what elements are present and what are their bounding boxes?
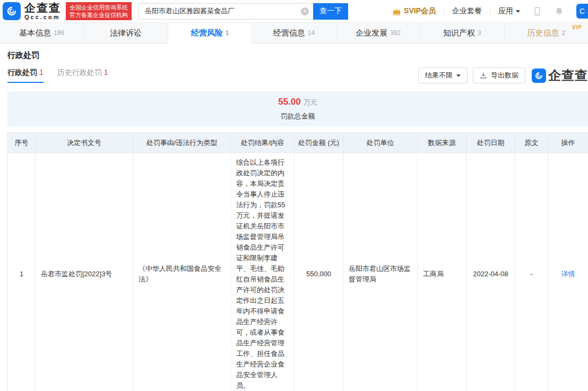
subtab-history-admin-penalty[interactable]: 历史行政处罚1 [57,68,108,83]
filter-label: 结果不限 [425,71,453,80]
tab-company-development[interactable]: 企业发展 392 [336,23,420,44]
tab-basic-info[interactable]: 基本信息 186 [0,23,84,44]
mobile-app-button[interactable] [533,7,542,16]
col-header-original: 原文 [515,133,548,153]
logo-wordmark[interactable]: 企查查 Qcc.com [24,2,61,20]
cell-reason: 《中华人民共和国食品安全法》 [133,153,231,391]
divider [490,7,490,15]
download-icon [480,72,487,79]
subtab-count: 1 [39,68,44,76]
svip-label: SVIP会员 [404,6,436,16]
subtab-label: 历史行政处罚 [57,68,102,76]
credential-badge-line1: 全国企业信用查询系统 [70,4,128,11]
tab-label: 历史信息 [527,28,559,38]
header-right-nav: SVIP会员 企业套餐 应用 [392,4,588,19]
apps-label: 应用 [498,6,513,16]
cell-result: 综合以上各项行政处罚决定的内容，本局决定责令当事人停止违法行为，罚款55万元，并… [231,153,295,391]
export-data-button[interactable]: 导出数据 [473,67,525,83]
result-filter-dropdown[interactable]: 结果不限 [418,67,468,83]
vip-badge: VIP [572,24,582,30]
col-header-reason: 处罚事由/违法行为类型 [133,133,231,153]
enterprise-package-link[interactable]: 企业套餐 [452,6,482,16]
tab-count: 1 [226,29,229,37]
subtab-label: 行政处罚 [7,68,37,76]
phone-icon [533,7,542,16]
col-header-action: 操作 [548,133,588,153]
subtab-row: 行政处罚1 历史行政处罚1 结果不限 导出数据 [7,66,588,85]
cell-doc-no: 岳君市监处罚[2022]3号 [36,153,133,391]
tab-count: 14 [308,29,315,37]
credential-badge-line2: 官方备案企业征信机构 [70,11,128,19]
clear-icon[interactable]: ✕ [301,7,309,15]
qcc-watermark: 企查查 [532,67,588,84]
top-header: 企查查 Qcc.com 全国企业信用查询系统 官方备案企业征信机构 ✕ 查一下 … [0,0,588,22]
tab-business-info[interactable]: 经营信息 14 [252,23,336,44]
tab-intellectual-property[interactable]: 知识产权 3 [420,23,504,44]
apps-menu[interactable]: 应用 [498,6,520,16]
chevron-down-icon [456,74,461,79]
cell-unit: 岳阳市君山区市场监督管理局 [343,153,418,391]
tab-count: 392 [390,29,401,37]
col-header-source: 数据来源 [418,133,466,153]
tab-label: 基本信息 [19,28,51,38]
logo-text-en: Qcc.com [24,14,61,20]
tab-label: 经营风险 [191,28,223,38]
tab-history-info[interactable]: 历史信息 2 VIP [505,23,588,44]
total-fine-unit: 万元 [304,98,317,106]
qcc-watermark-icon [532,69,546,83]
main-tabbar: 基本信息 186 法律诉讼 经营风险 1 经营信息 14 企业发展 392 知识… [0,22,588,44]
total-fine-value: 55.00 [278,97,301,107]
qcc-watermark-text: 企查查 [548,67,588,84]
qcc-logo-icon [5,5,18,18]
cell-original: - [515,153,548,391]
penalty-table: 序号 决定书文号 处罚事由/违法行为类型 处罚结果/内容 处罚金额 (元) 处罚… [7,132,588,391]
search-input[interactable] [138,3,313,20]
crown-icon [392,7,401,15]
notifications-button[interactable] [555,7,564,16]
col-header-unit: 处罚单位 [343,133,418,153]
export-label: 导出数据 [491,71,518,80]
subtab-admin-penalty[interactable]: 行政处罚1 [7,68,44,83]
col-header-date: 处罚日期 [466,133,515,153]
total-fine-label: 罚款总金额 [281,112,315,121]
col-header-index: 序号 [8,133,36,153]
total-fine-amount: 55.00万元 [278,97,317,107]
cell-source: 工商局 [418,153,466,391]
table-tools: 结果不限 导出数据 企查查 [413,67,588,84]
user-avatar[interactable]: C [576,4,588,19]
tab-label: 企业发展 [356,28,387,38]
tab-legal-litigation[interactable]: 法律诉讼 [84,23,168,44]
tab-label: 法律诉讼 [110,28,142,38]
penalty-summary-banner: 55.00万元 罚款总金额 [7,91,588,126]
main-content: 行政处罚 行政处罚1 历史行政处罚1 结果不限 导出数据 [7,50,588,391]
tab-business-risk[interactable]: 经营风险 1 [168,23,252,44]
chevron-down-icon [516,10,520,15]
tab-count: 3 [478,29,481,37]
tab-count: 186 [54,29,64,37]
subtab-count: 1 [104,68,108,76]
col-header-amount: 处罚金额 (元) [295,133,343,153]
page-title: 行政处罚 [7,50,588,61]
cell-date: 2022-04-08 [466,153,515,391]
divider [444,7,444,15]
svip-link[interactable]: SVIP会员 [392,6,436,16]
qcc-logo[interactable] [3,2,21,20]
package-label: 企业套餐 [452,6,482,16]
table-row: 1 岳君市监处罚[2022]3号 《中华人民共和国食品安全法》 综合以上各项行政… [8,153,588,391]
tab-label: 经营信息 [273,28,305,38]
tab-label: 知识产权 [443,28,475,38]
logo-text-cn: 企查查 [24,2,61,13]
cell-index: 1 [8,153,36,391]
cell-amount: 550,000 [295,153,343,391]
table-header-row: 序号 决定书文号 处罚事由/违法行为类型 处罚结果/内容 处罚金额 (元) 处罚… [8,133,588,153]
col-header-doc-no: 决定书文号 [36,133,133,153]
credential-badge: 全国企业信用查询系统 官方备案企业征信机构 [66,2,132,20]
bell-icon [555,7,564,16]
detail-link[interactable]: 详情 [561,270,575,278]
search-button[interactable]: 查一下 [313,3,348,20]
tab-count: 2 [561,29,565,37]
search-bar: ✕ 查一下 [138,3,348,20]
col-header-result: 处罚结果/内容 [231,133,295,153]
